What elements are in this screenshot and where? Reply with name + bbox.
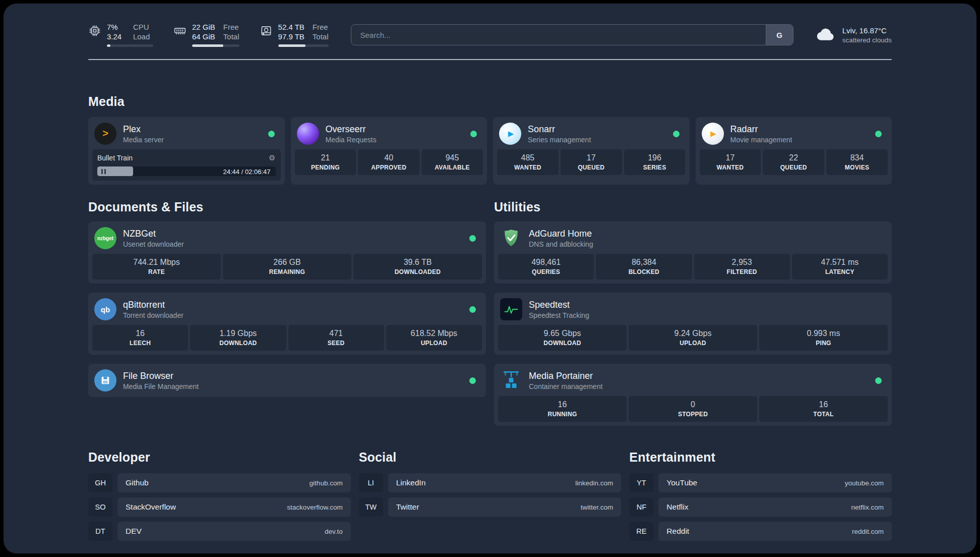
stat-rate: 744.21 MbpsRATE [92, 254, 221, 280]
section-title-entertainment: Entertainment [629, 450, 892, 465]
service-card-nzbget: nzbget NZBGet Usenet downloader 744.21 M… [88, 221, 486, 284]
stat-stopped: 0STOPPED [629, 396, 757, 422]
service-link-portainer[interactable]: Media Portainer Container management [498, 368, 888, 396]
stat-pending: 21PENDING [295, 149, 356, 175]
dashboard-panel: 7% CPU 3.24 Load [4, 4, 976, 553]
service-link-plex[interactable]: > Plex Media server [92, 121, 281, 149]
stat-latency: 47.571 msLATENCY [792, 254, 888, 280]
service-desc: Media Requests [326, 136, 377, 144]
bookmark-abbr: TW [359, 497, 383, 517]
bookmark-reddit[interactable]: RE Redditreddit.com [629, 522, 892, 541]
service-link-radarr[interactable]: ▶ Radarr Movie management [700, 121, 888, 149]
filebrowser-icon [94, 369, 116, 392]
cpu-widget: 7% CPU 3.24 Load [88, 23, 153, 47]
section-title-social: Social [359, 450, 622, 465]
service-desc: DNS and adblocking [529, 240, 593, 248]
stat-total: 16TOTAL [759, 396, 888, 422]
disk-free-label: Free [313, 23, 329, 32]
stat-approved: 40APPROVED [358, 149, 419, 175]
gear-icon[interactable]: ⚙ [269, 153, 275, 162]
bookmark-github[interactable]: GH Githubgithub.com [88, 473, 351, 492]
service-link-overseerr[interactable]: Overseerr Media Requests [295, 121, 483, 149]
cpu-progress-bar [107, 44, 153, 47]
status-dot [469, 306, 476, 313]
service-desc: Media File Management [123, 382, 199, 391]
bookmark-youtube[interactable]: YT YouTubeyoutube.com [629, 473, 892, 492]
speedtest-icon [500, 298, 522, 320]
stat-movies: 834MOVIES [826, 149, 888, 175]
stat-wanted: 485WANTED [497, 149, 559, 175]
stat-seed: 471SEED [288, 325, 384, 351]
status-dot [673, 131, 680, 137]
section-utilities: Utilities [494, 200, 892, 426]
system-metrics: 7% CPU 3.24 Load [88, 23, 329, 47]
plex-icon: > [94, 123, 116, 145]
section-title-media: Media [88, 94, 892, 109]
service-name: AdGuard Home [529, 229, 593, 239]
playback-progress-track[interactable]: 24:44 / 02:06:47 [97, 166, 276, 176]
section-title-utilities: Utilities [494, 200, 892, 214]
stat-ping: 0.993 msPING [759, 325, 888, 351]
service-card-filebrowser: File Browser Media File Management [88, 364, 486, 397]
bookmarks-social: Social LI LinkedInlinkedin.com TW Twitte… [359, 450, 622, 541]
disk-total-label: Total [313, 32, 329, 41]
memory-free-value: 22 GiB [192, 23, 215, 32]
memory-widget: 22 GiB Free 64 GiB Total [173, 23, 239, 47]
pause-icon[interactable] [101, 169, 106, 174]
service-name: Sonarr [528, 124, 591, 135]
bookmark-netflix[interactable]: NF Netflixnetflix.com [629, 497, 892, 517]
bookmark-twitter[interactable]: TW Twittertwitter.com [359, 497, 622, 517]
stat-blocked: 86,384BLOCKED [596, 254, 692, 280]
service-link-adguard[interactable]: AdGuard Home DNS and adblocking [498, 226, 888, 254]
service-link-sonarr[interactable]: ▶ Sonarr Series management [497, 121, 686, 149]
service-desc: Speedtest Tracking [529, 311, 589, 319]
search-input[interactable] [351, 25, 766, 45]
stat-queued: 17QUEUED [561, 149, 622, 175]
disk-progress-bar [278, 44, 329, 47]
portainer-icon [500, 369, 522, 392]
service-name: NZBGet [123, 229, 184, 239]
service-name: Plex [123, 124, 164, 135]
cpu-icon [88, 24, 101, 39]
bookmark-abbr: YT [629, 473, 653, 492]
section-title-documents: Documents & Files [88, 200, 486, 214]
service-card-plex: > Plex Media server Bullet Train ⚙ [88, 117, 285, 185]
cpu-usage-value: 7% [107, 23, 125, 32]
stat-download: 9.65 GbpsDOWNLOAD [498, 325, 627, 351]
service-desc: Usenet downloader [123, 240, 184, 248]
bookmark-abbr: DT [88, 522, 112, 541]
stat-queued: 22QUEUED [763, 149, 824, 175]
stat-upload: 9.24 GbpsUPLOAD [629, 325, 757, 351]
memory-progress-bar [192, 44, 239, 47]
status-dot [469, 377, 476, 384]
memory-icon [173, 24, 187, 39]
section-media: Media > Plex Media server Bullet Tr [88, 94, 892, 185]
search-provider-button[interactable]: G [766, 25, 793, 45]
bookmark-linkedin[interactable]: LI LinkedInlinkedin.com [359, 473, 622, 492]
playback-time: 24:44 / 02:06:47 [223, 168, 271, 175]
service-link-nzbget[interactable]: nzbget NZBGet Usenet downloader [92, 226, 482, 254]
stat-queries: 498,461QUERIES [498, 254, 594, 280]
weather-condition: scattered clouds [842, 36, 892, 44]
section-documents: Documents & Files nzbget NZBGet Usenet d… [88, 200, 486, 426]
top-bar: 7% CPU 3.24 Load [88, 23, 892, 47]
stat-filtered: 2,953FILTERED [694, 254, 790, 280]
bookmarks-developer: Developer GH Githubgithub.com SO StackOv… [88, 450, 351, 541]
bookmark-dev[interactable]: DT DEVdev.to [88, 522, 351, 541]
bookmark-stackoverflow[interactable]: SO StackOverflowstackoverflow.com [88, 497, 351, 517]
stat-wanted: 17WANTED [700, 149, 761, 175]
service-name: Speedtest [529, 300, 589, 310]
bookmarks-entertainment: Entertainment YT YouTubeyoutube.com NF N… [629, 450, 892, 541]
stat-available: 945AVAILABLE [421, 149, 483, 175]
bookmark-abbr: GH [88, 473, 112, 492]
disk-widget: 52.4 TB Free 97.9 TB Total [260, 23, 329, 47]
weather-location: Lviv, 16.87°C [842, 26, 892, 35]
bookmark-abbr: SO [88, 497, 112, 517]
service-link-speedtest[interactable]: Speedtest Speedtest Tracking [498, 297, 888, 325]
cpu-load-label: Load [133, 32, 153, 41]
now-playing-title: Bullet Train [97, 154, 133, 162]
service-link-filebrowser[interactable]: File Browser Media File Management [92, 368, 482, 393]
service-link-qbittorrent[interactable]: qb qBittorrent Torrent downloader [92, 297, 482, 325]
header-divider [88, 59, 892, 60]
status-dot [268, 131, 275, 137]
